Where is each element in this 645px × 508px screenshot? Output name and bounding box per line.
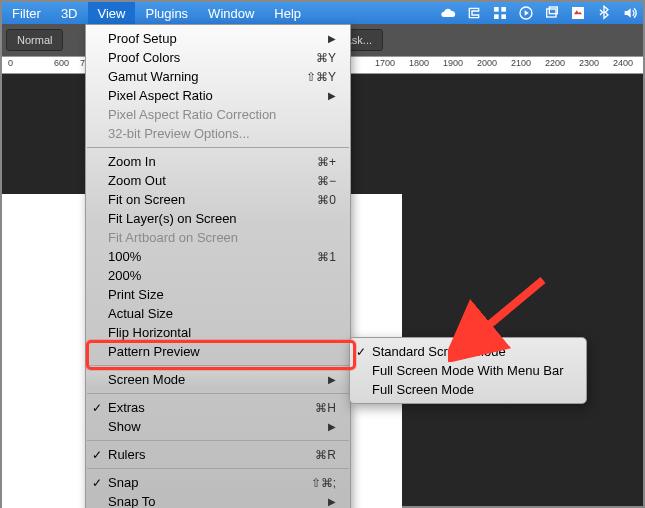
shortcut: ⌘Y — [316, 51, 336, 65]
cloud-icon[interactable] — [435, 2, 461, 24]
menu-label: 32-bit Preview Options... — [108, 126, 250, 141]
menu-item-pixel-aspect[interactable]: Pixel Aspect Ratio▶ — [86, 86, 350, 105]
menu-item-fit-artboard: Fit Artboard on Screen — [86, 228, 350, 247]
volume-icon[interactable] — [617, 2, 643, 24]
menu-separator — [87, 468, 349, 469]
menu-item-print-size[interactable]: Print Size — [86, 285, 350, 304]
menu-label: Snap To — [108, 494, 155, 508]
ruler-tick: 1700 — [375, 58, 395, 68]
ruler-tick: 0 — [8, 58, 13, 68]
shortcut: ⌘H — [315, 401, 336, 415]
svg-rect-0 — [494, 7, 499, 12]
menu-label: Pixel Aspect Ratio — [108, 88, 213, 103]
menu-item-zoom-in[interactable]: Zoom In⌘+ — [86, 152, 350, 171]
menu-label: Rulers — [108, 447, 146, 462]
menu-item-flip[interactable]: Flip Horizontal — [86, 323, 350, 342]
grid-icon[interactable] — [487, 2, 513, 24]
menu-label: Full Screen Mode — [372, 382, 474, 397]
shortcut: ⌘0 — [317, 193, 336, 207]
submenu-arrow-icon: ▶ — [328, 374, 336, 385]
ruler-tick: 1800 — [409, 58, 429, 68]
menu-item-snap[interactable]: ✓Snap⇧⌘; — [86, 473, 350, 492]
checkmark-icon: ✓ — [92, 448, 102, 462]
menu-label: Full Screen Mode With Menu Bar — [372, 363, 563, 378]
menu-label: Pixel Aspect Ratio Correction — [108, 107, 276, 122]
shortcut: ⇧⌘Y — [306, 70, 336, 84]
menu-label: Proof Setup — [108, 31, 177, 46]
menu-filter[interactable]: Filter — [2, 2, 51, 24]
submenu-item-standard[interactable]: ✓Standard Screen Mode — [350, 342, 586, 361]
shortcut: ⇧⌘; — [311, 476, 336, 490]
menu-label: Screen Mode — [108, 372, 185, 387]
ruler-tick: 2300 — [579, 58, 599, 68]
menu-separator — [87, 365, 349, 366]
menu-3d[interactable]: 3D — [51, 2, 88, 24]
submenu-item-fullscreen-menubar[interactable]: Full Screen Mode With Menu Bar — [350, 361, 586, 380]
menu-label: Pattern Preview — [108, 344, 200, 359]
window-icon[interactable] — [539, 2, 565, 24]
menu-label: Gamut Warning — [108, 69, 199, 84]
menu-item-fit-screen[interactable]: Fit on Screen⌘0 — [86, 190, 350, 209]
menu-item-100[interactable]: 100%⌘1 — [86, 247, 350, 266]
menu-help[interactable]: Help — [264, 2, 311, 24]
menu-item-200[interactable]: 200% — [86, 266, 350, 285]
menu-view[interactable]: View — [88, 2, 136, 24]
submenu-arrow-icon: ▶ — [328, 90, 336, 101]
menu-label: Extras — [108, 400, 145, 415]
ruler-tick: 2100 — [511, 58, 531, 68]
menu-separator — [87, 440, 349, 441]
menu-separator — [87, 393, 349, 394]
menu-item-pattern-preview[interactable]: Pattern Preview — [86, 342, 350, 361]
svg-rect-3 — [501, 14, 506, 19]
shortcut: ⌘+ — [317, 155, 336, 169]
menubar: Filter 3D View Plugins Window Help — [2, 2, 643, 24]
menu-item-proof-setup[interactable]: Proof Setup▶ — [86, 29, 350, 48]
menu-label: Standard Screen Mode — [372, 344, 506, 359]
sync-icon[interactable] — [461, 2, 487, 24]
menu-label: Flip Horizontal — [108, 325, 191, 340]
svg-rect-1 — [501, 7, 506, 12]
checkmark-icon: ✓ — [356, 345, 366, 359]
menu-item-proof-colors[interactable]: Proof Colors⌘Y — [86, 48, 350, 67]
play-icon[interactable] — [513, 2, 539, 24]
menu-plugins[interactable]: Plugins — [135, 2, 198, 24]
ruler-tick: 600 — [54, 58, 69, 68]
bluetooth-icon[interactable] — [591, 2, 617, 24]
menu-item-zoom-out[interactable]: Zoom Out⌘− — [86, 171, 350, 190]
menu-label: Zoom Out — [108, 173, 166, 188]
menu-item-snap-to[interactable]: Snap To▶ — [86, 492, 350, 508]
menu-item-32bit-preview: 32-bit Preview Options... — [86, 124, 350, 143]
menu-label: Actual Size — [108, 306, 173, 321]
submenu-arrow-icon: ▶ — [328, 421, 336, 432]
tool-icon[interactable] — [565, 2, 591, 24]
menu-label: 200% — [108, 268, 141, 283]
submenu-arrow-icon: ▶ — [328, 33, 336, 44]
menu-item-gamut-warning[interactable]: Gamut Warning⇧⌘Y — [86, 67, 350, 86]
menu-label: Show — [108, 419, 141, 434]
shortcut: ⌘− — [317, 174, 336, 188]
menu-item-extras[interactable]: ✓Extras⌘H — [86, 398, 350, 417]
shortcut: ⌘R — [315, 448, 336, 462]
menu-item-screen-mode[interactable]: Screen Mode▶ — [86, 370, 350, 389]
menu-label: Fit Layer(s) on Screen — [108, 211, 237, 226]
ruler-tick: 2200 — [545, 58, 565, 68]
menu-label: Fit on Screen — [108, 192, 185, 207]
menu-item-fit-layers[interactable]: Fit Layer(s) on Screen — [86, 209, 350, 228]
menu-label: Print Size — [108, 287, 164, 302]
menu-window[interactable]: Window — [198, 2, 264, 24]
submenu-item-fullscreen[interactable]: Full Screen Mode — [350, 380, 586, 399]
menu-label: Zoom In — [108, 154, 156, 169]
checkmark-icon: ✓ — [92, 476, 102, 490]
submenu-arrow-icon: ▶ — [328, 496, 336, 507]
ruler-tick: 2000 — [477, 58, 497, 68]
ruler-tick: 1900 — [443, 58, 463, 68]
blend-mode-dropdown[interactable]: Normal — [6, 29, 63, 51]
svg-rect-2 — [494, 14, 499, 19]
menu-item-actual-size[interactable]: Actual Size — [86, 304, 350, 323]
menu-item-rulers[interactable]: ✓Rulers⌘R — [86, 445, 350, 464]
menu-item-show[interactable]: Show▶ — [86, 417, 350, 436]
view-menu: Proof Setup▶ Proof Colors⌘Y Gamut Warnin… — [85, 24, 351, 508]
menu-separator — [87, 147, 349, 148]
checkmark-icon: ✓ — [92, 401, 102, 415]
menu-label: 100% — [108, 249, 141, 264]
